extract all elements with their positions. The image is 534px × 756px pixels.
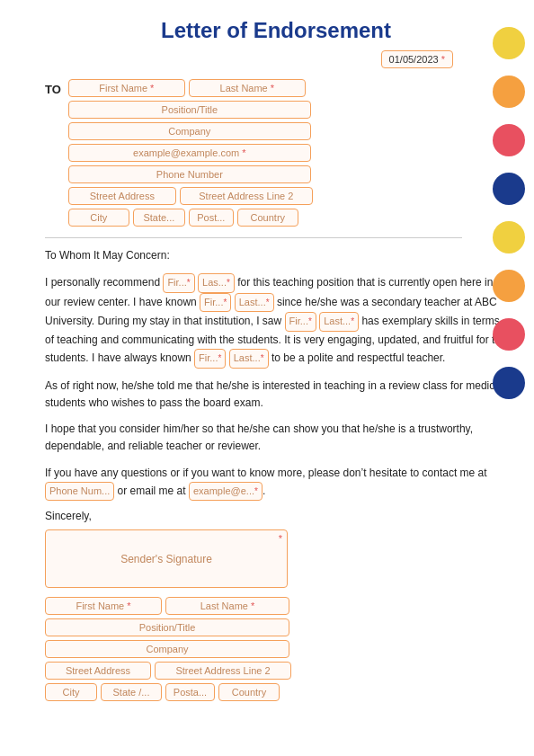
inline-recommend-first[interactable]: Fir... bbox=[163, 273, 194, 293]
sender-postal[interactable]: Posta... bbox=[165, 683, 215, 701]
inline-known-last[interactable]: Last... bbox=[235, 293, 274, 313]
recipient-postal[interactable]: Post... bbox=[189, 209, 234, 227]
sender-company-row: Company bbox=[45, 640, 507, 658]
sender-country[interactable]: Country bbox=[218, 683, 280, 701]
sender-last-name[interactable]: Last Name bbox=[165, 597, 289, 615]
to-label: TO bbox=[45, 83, 61, 96]
sender-street[interactable]: Street Address bbox=[45, 662, 151, 680]
circle-2 bbox=[493, 76, 525, 108]
inline-always-last[interactable]: Last... bbox=[229, 349, 269, 369]
email-row: example@example.com bbox=[68, 144, 313, 162]
sender-name-row: First Name Last Name bbox=[45, 597, 507, 615]
sender-street2[interactable]: Street Address Line 2 bbox=[155, 662, 291, 680]
salutation: To Whom It May Concern: bbox=[45, 247, 507, 264]
inline-always-first[interactable]: Fir... bbox=[194, 349, 226, 369]
decorative-circles bbox=[493, 27, 525, 399]
date-field[interactable]: 01/05/2023 bbox=[381, 50, 453, 68]
recipient-first-name[interactable]: First Name bbox=[68, 79, 185, 97]
p1-pre1: I personally recommend bbox=[45, 276, 163, 289]
recipient-state[interactable]: State... bbox=[133, 209, 185, 227]
recipient-street[interactable]: Street Address bbox=[68, 187, 176, 205]
circle-3 bbox=[493, 124, 525, 156]
sender-state[interactable]: State /... bbox=[101, 683, 162, 701]
signature-box[interactable]: Sender's Signature bbox=[45, 529, 288, 588]
company-row: Company bbox=[68, 122, 313, 140]
inline-saw-first[interactable]: Fir... bbox=[285, 312, 316, 332]
recipient-company[interactable]: Company bbox=[68, 122, 311, 140]
paragraph3: I hope that you consider him/her so that… bbox=[45, 421, 507, 455]
p4-pre: If you have any questions or if you want… bbox=[45, 467, 487, 479]
sender-first-name[interactable]: First Name bbox=[45, 597, 162, 615]
name-row: First Name Last Name bbox=[68, 79, 313, 97]
page: Letter of Endorsement 01/05/2023 TO Firs… bbox=[0, 0, 534, 756]
circle-6 bbox=[493, 270, 525, 302]
page-title: Letter of Endorsement bbox=[45, 18, 507, 43]
recipient-email[interactable]: example@example.com bbox=[68, 144, 311, 162]
sender-city[interactable]: City bbox=[45, 683, 97, 701]
p4-mid: or email me at bbox=[114, 485, 189, 497]
divider bbox=[45, 237, 462, 238]
circle-7 bbox=[493, 318, 525, 351]
circle-4 bbox=[493, 173, 525, 205]
paragraph1: I personally recommend Fir... Las... for… bbox=[45, 273, 507, 369]
recipient-city[interactable]: City bbox=[68, 209, 129, 227]
date-row: 01/05/2023 bbox=[45, 50, 453, 68]
position-row: Position/Title bbox=[68, 101, 313, 119]
recipient-phone[interactable]: Phone Number bbox=[68, 165, 311, 183]
sender-company[interactable]: Company bbox=[45, 640, 289, 658]
inline-recommend-last[interactable]: Las... bbox=[198, 273, 235, 293]
recipient-last-name[interactable]: Last Name bbox=[189, 79, 306, 97]
recipient-country[interactable]: Country bbox=[237, 209, 298, 227]
to-section: TO First Name Last Name Position/Title C… bbox=[45, 79, 507, 227]
p1-end: to be a polite and respectful teacher. bbox=[269, 351, 446, 364]
contact-email[interactable]: example@e... bbox=[189, 482, 263, 502]
paragraph2: As of right now, he/she told me that he/… bbox=[45, 378, 507, 412]
city-state-row: City State... Post... Country bbox=[68, 209, 313, 227]
p4-end: . bbox=[263, 485, 265, 497]
phone-row: Phone Number bbox=[68, 165, 313, 183]
inline-known-first[interactable]: Fir... bbox=[200, 293, 231, 313]
to-fields: First Name Last Name Position/Title Comp… bbox=[68, 79, 313, 227]
sincerely-label: Sincerely, bbox=[45, 510, 507, 522]
sender-position-row: Position/Title bbox=[45, 618, 507, 636]
circle-5 bbox=[493, 221, 525, 253]
street-row: Street Address Street Address Line 2 bbox=[68, 187, 313, 205]
sender-city-row: City State /... Posta... Country bbox=[45, 683, 507, 701]
recipient-street2[interactable]: Street Address Line 2 bbox=[180, 187, 313, 205]
paragraph4: If you have any questions or if you want… bbox=[45, 465, 507, 502]
recipient-position[interactable]: Position/Title bbox=[68, 101, 311, 119]
sender-street-row: Street Address Street Address Line 2 bbox=[45, 662, 507, 680]
sender-section: Sender's Signature First Name Last Name … bbox=[45, 529, 507, 701]
circle-1 bbox=[493, 27, 525, 59]
contact-phone[interactable]: Phone Num... bbox=[45, 482, 114, 502]
signature-label: Sender's Signature bbox=[120, 553, 212, 565]
sender-position[interactable]: Position/Title bbox=[45, 618, 289, 636]
inline-saw-last[interactable]: Last... bbox=[319, 312, 359, 332]
circle-8 bbox=[493, 367, 525, 399]
